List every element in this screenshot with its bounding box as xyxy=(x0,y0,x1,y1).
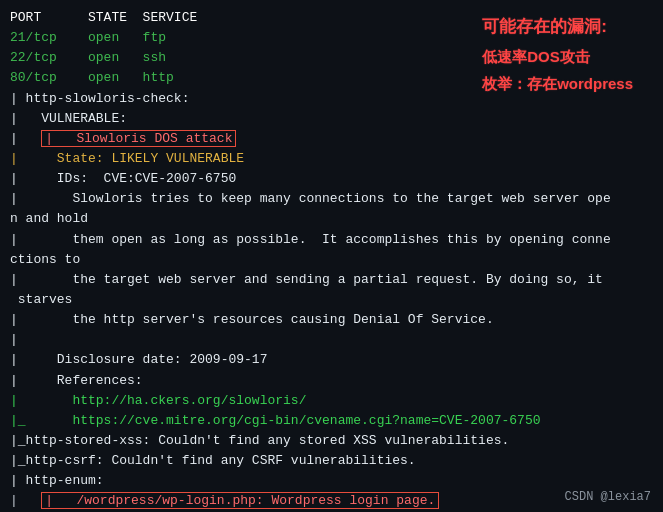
annotation-line3: 枚举：存在wordpress xyxy=(482,70,633,97)
slowloris-highlight: | Slowloris DOS attack xyxy=(41,130,236,147)
annotation-box: 可能存在的漏洞: 低速率DOS攻击 枚举：存在wordpress xyxy=(482,12,633,97)
line-desc6: starves xyxy=(10,290,653,310)
line-ids: | IDs: CVE:CVE-2007-6750 xyxy=(10,169,653,189)
line-desc2: n and hold xyxy=(10,209,653,229)
footer-watermark: CSDN @lexia7 xyxy=(565,490,651,504)
annotation-line2: 低速率DOS攻击 xyxy=(482,43,633,70)
line-references: | References: xyxy=(10,371,653,391)
line-http-enum: | http-enum: xyxy=(10,471,653,491)
line-slowloris-attack: | | Slowloris DOS attack xyxy=(10,129,653,149)
line-xss-stored: |_http-stored-xss: Couldn't find any sto… xyxy=(10,431,653,451)
line-desc1: | Slowloris tries to keep many connectio… xyxy=(10,189,653,209)
line-desc4: ctions to xyxy=(10,250,653,270)
line-csrf: |_http-csrf: Couldn't find any CSRF vuln… xyxy=(10,451,653,471)
line-ref2: |_ https://cve.mitre.org/cgi-bin/cvename… xyxy=(10,411,653,431)
terminal: PORT STATE SERVICE 21/tcp open ftp 22/tc… xyxy=(0,0,663,512)
line-vulnerable: | VULNERABLE: xyxy=(10,109,653,129)
line-blank1: | xyxy=(10,330,653,350)
line-wordpress: | | /wordpress/wp-login.php: Wordpress l… xyxy=(10,491,653,511)
line-desc3: | them open as long as possible. It acco… xyxy=(10,230,653,250)
line-desc5: | the target web server and sending a pa… xyxy=(10,270,653,290)
line-state: | State: LIKELY VULNERABLE xyxy=(10,149,653,169)
line-desc7: | the http server's resources causing De… xyxy=(10,310,653,330)
annotation-line1: 可能存在的漏洞: xyxy=(482,12,633,43)
wordpress-highlight: | /wordpress/wp-login.php: Wordpress log… xyxy=(41,492,439,509)
line-ref1: | http://ha.ckers.org/slowloris/ xyxy=(10,391,653,411)
line-disclosure: | Disclosure date: 2009-09-17 xyxy=(10,350,653,370)
